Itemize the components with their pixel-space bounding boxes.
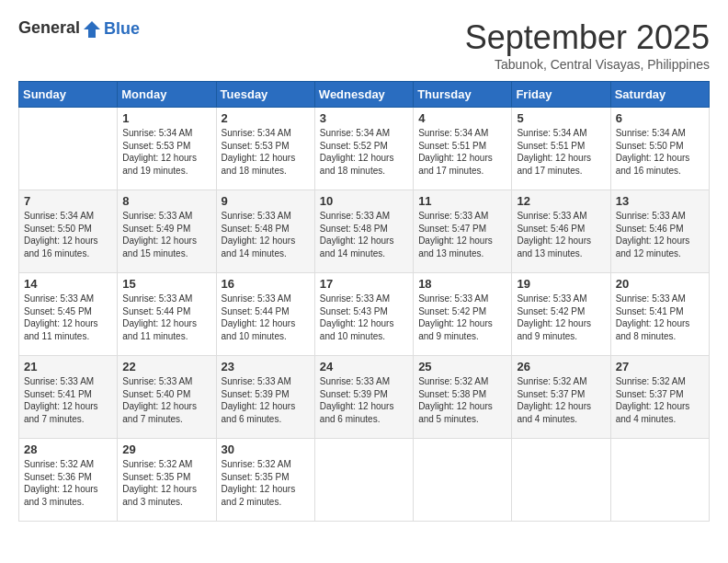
calendar-cell: [414, 439, 512, 522]
calendar-cell: 3Sunrise: 5:34 AM Sunset: 5:52 PM Daylig…: [314, 108, 413, 190]
calendar-cell: 25Sunrise: 5:32 AM Sunset: 5:38 PM Dayli…: [414, 356, 512, 439]
cell-info: Sunrise: 5:33 AM Sunset: 5:44 PM Dayligh…: [122, 293, 210, 342]
cell-info: Sunrise: 5:33 AM Sunset: 5:42 PM Dayligh…: [517, 293, 605, 342]
weekday-header-row: SundayMondayTuesdayWednesdayThursdayFrid…: [19, 82, 710, 108]
cell-info: Sunrise: 5:34 AM Sunset: 5:50 PM Dayligh…: [616, 127, 704, 177]
day-number: 18: [418, 277, 506, 291]
day-number: 30: [222, 442, 310, 456]
cell-info: Sunrise: 5:33 AM Sunset: 5:43 PM Dayligh…: [320, 293, 408, 342]
calendar-cell: 8Sunrise: 5:33 AM Sunset: 5:49 PM Daylig…: [118, 190, 216, 273]
page-header: General Blue September 2025 Tabunok, Cen…: [18, 18, 710, 72]
logo-icon: [82, 19, 102, 40]
day-number: 14: [24, 277, 112, 291]
weekday-header-thursday: Thursday: [414, 82, 512, 108]
calendar-cell: 23Sunrise: 5:33 AM Sunset: 5:39 PM Dayli…: [216, 356, 314, 439]
calendar-week-row: 28Sunrise: 5:32 AM Sunset: 5:36 PM Dayli…: [19, 439, 710, 522]
cell-info: Sunrise: 5:32 AM Sunset: 5:37 PM Dayligh…: [616, 375, 704, 425]
calendar-week-row: 21Sunrise: 5:33 AM Sunset: 5:41 PM Dayli…: [19, 356, 710, 439]
cell-info: Sunrise: 5:32 AM Sunset: 5:35 PM Dayligh…: [122, 458, 210, 508]
cell-info: Sunrise: 5:34 AM Sunset: 5:50 PM Dayligh…: [24, 210, 112, 259]
calendar-cell: 15Sunrise: 5:33 AM Sunset: 5:44 PM Dayli…: [118, 273, 216, 356]
day-number: 11: [418, 194, 506, 208]
cell-info: Sunrise: 5:32 AM Sunset: 5:37 PM Dayligh…: [517, 375, 605, 425]
calendar-cell: 13Sunrise: 5:33 AM Sunset: 5:46 PM Dayli…: [610, 190, 709, 273]
day-number: 5: [517, 111, 605, 125]
title-section: September 2025 Tabunok, Central Visayas,…: [465, 18, 710, 72]
calendar-cell: 1Sunrise: 5:34 AM Sunset: 5:53 PM Daylig…: [118, 108, 216, 190]
calendar-cell: [610, 439, 709, 522]
calendar-cell: 6Sunrise: 5:34 AM Sunset: 5:50 PM Daylig…: [610, 108, 709, 190]
logo-general-text: General: [18, 18, 80, 37]
cell-info: Sunrise: 5:33 AM Sunset: 5:46 PM Dayligh…: [616, 210, 704, 259]
location-title: Tabunok, Central Visayas, Philippines: [465, 57, 710, 72]
day-number: 20: [616, 277, 704, 291]
calendar-cell: 30Sunrise: 5:32 AM Sunset: 5:35 PM Dayli…: [216, 439, 314, 522]
calendar-cell: 26Sunrise: 5:32 AM Sunset: 5:37 PM Dayli…: [512, 356, 610, 439]
calendar-week-row: 7Sunrise: 5:34 AM Sunset: 5:50 PM Daylig…: [19, 190, 710, 273]
calendar-cell: 11Sunrise: 5:33 AM Sunset: 5:47 PM Dayli…: [414, 190, 512, 273]
calendar-cell: 27Sunrise: 5:32 AM Sunset: 5:37 PM Dayli…: [610, 356, 709, 439]
cell-info: Sunrise: 5:34 AM Sunset: 5:53 PM Dayligh…: [122, 127, 210, 177]
calendar-cell: 22Sunrise: 5:33 AM Sunset: 5:40 PM Dayli…: [118, 356, 216, 439]
month-title: September 2025: [465, 18, 710, 57]
calendar-cell: 19Sunrise: 5:33 AM Sunset: 5:42 PM Dayli…: [512, 273, 610, 356]
logo-blue-text: Blue: [104, 19, 140, 38]
day-number: 16: [222, 277, 310, 291]
weekday-header-sunday: Sunday: [19, 82, 118, 108]
cell-info: Sunrise: 5:33 AM Sunset: 5:46 PM Dayligh…: [517, 210, 605, 259]
day-number: 26: [517, 360, 605, 373]
calendar-cell: 18Sunrise: 5:33 AM Sunset: 5:42 PM Dayli…: [414, 273, 512, 356]
cell-info: Sunrise: 5:33 AM Sunset: 5:45 PM Dayligh…: [24, 293, 112, 342]
cell-info: Sunrise: 5:33 AM Sunset: 5:47 PM Dayligh…: [418, 210, 506, 259]
day-number: 19: [517, 277, 605, 291]
day-number: 24: [320, 360, 408, 373]
calendar-cell: 12Sunrise: 5:33 AM Sunset: 5:46 PM Dayli…: [512, 190, 610, 273]
day-number: 2: [222, 111, 310, 125]
day-number: 10: [320, 194, 408, 208]
calendar-week-row: 14Sunrise: 5:33 AM Sunset: 5:45 PM Dayli…: [19, 273, 710, 356]
cell-info: Sunrise: 5:33 AM Sunset: 5:41 PM Dayligh…: [616, 293, 704, 342]
cell-info: Sunrise: 5:34 AM Sunset: 5:51 PM Dayligh…: [517, 127, 605, 177]
cell-info: Sunrise: 5:32 AM Sunset: 5:38 PM Dayligh…: [418, 375, 506, 425]
calendar-cell: 9Sunrise: 5:33 AM Sunset: 5:48 PM Daylig…: [216, 190, 314, 273]
cell-info: Sunrise: 5:33 AM Sunset: 5:48 PM Dayligh…: [222, 210, 310, 259]
weekday-header-wednesday: Wednesday: [314, 82, 413, 108]
calendar-cell: 21Sunrise: 5:33 AM Sunset: 5:41 PM Dayli…: [19, 356, 118, 439]
day-number: 9: [222, 194, 310, 208]
cell-info: Sunrise: 5:33 AM Sunset: 5:41 PM Dayligh…: [24, 375, 112, 425]
day-number: 22: [122, 360, 210, 373]
calendar-cell: [19, 108, 118, 190]
day-number: 27: [616, 360, 704, 373]
cell-info: Sunrise: 5:33 AM Sunset: 5:42 PM Dayligh…: [418, 293, 506, 342]
cell-info: Sunrise: 5:33 AM Sunset: 5:40 PM Dayligh…: [122, 375, 210, 425]
day-number: 7: [24, 194, 112, 208]
day-number: 28: [24, 442, 112, 456]
calendar-table: SundayMondayTuesdayWednesdayThursdayFrid…: [18, 81, 710, 522]
cell-info: Sunrise: 5:34 AM Sunset: 5:53 PM Dayligh…: [222, 127, 310, 177]
calendar-cell: 29Sunrise: 5:32 AM Sunset: 5:35 PM Dayli…: [118, 439, 216, 522]
svg-marker-0: [84, 21, 100, 38]
weekday-header-friday: Friday: [512, 82, 610, 108]
calendar-cell: 7Sunrise: 5:34 AM Sunset: 5:50 PM Daylig…: [19, 190, 118, 273]
calendar-cell: 24Sunrise: 5:33 AM Sunset: 5:39 PM Dayli…: [314, 356, 413, 439]
cell-info: Sunrise: 5:33 AM Sunset: 5:48 PM Dayligh…: [320, 210, 408, 259]
weekday-header-saturday: Saturday: [610, 82, 709, 108]
calendar-cell: 2Sunrise: 5:34 AM Sunset: 5:53 PM Daylig…: [216, 108, 314, 190]
day-number: 3: [320, 111, 408, 125]
day-number: 1: [122, 111, 210, 125]
calendar-cell: 5Sunrise: 5:34 AM Sunset: 5:51 PM Daylig…: [512, 108, 610, 190]
cell-info: Sunrise: 5:32 AM Sunset: 5:35 PM Dayligh…: [222, 458, 310, 508]
cell-info: Sunrise: 5:33 AM Sunset: 5:44 PM Dayligh…: [222, 293, 310, 342]
calendar-cell: 17Sunrise: 5:33 AM Sunset: 5:43 PM Dayli…: [314, 273, 413, 356]
day-number: 4: [418, 111, 506, 125]
cell-info: Sunrise: 5:33 AM Sunset: 5:39 PM Dayligh…: [320, 375, 408, 425]
day-number: 8: [122, 194, 210, 208]
day-number: 21: [24, 360, 112, 373]
calendar-cell: [314, 439, 413, 522]
calendar-cell: 16Sunrise: 5:33 AM Sunset: 5:44 PM Dayli…: [216, 273, 314, 356]
day-number: 25: [418, 360, 506, 373]
day-number: 6: [616, 111, 704, 125]
cell-info: Sunrise: 5:33 AM Sunset: 5:49 PM Dayligh…: [122, 210, 210, 259]
cell-info: Sunrise: 5:32 AM Sunset: 5:36 PM Dayligh…: [24, 458, 112, 508]
day-number: 29: [122, 442, 210, 456]
